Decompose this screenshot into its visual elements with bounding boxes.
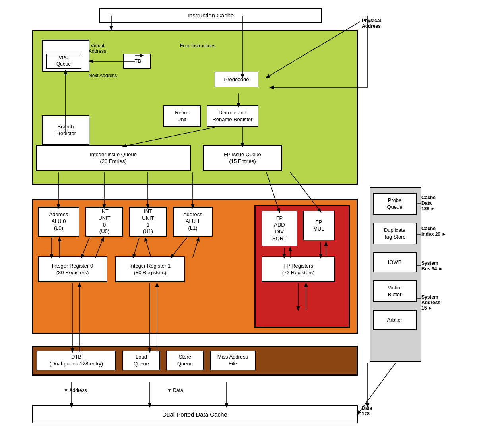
iowb-label: IOWB <box>388 259 402 266</box>
itb-label: ITB <box>133 58 141 65</box>
retire-unit-box: RetireUnit <box>163 105 201 127</box>
store-queue-box: StoreQueue <box>166 351 204 370</box>
system-address-label: SystemAddress15 ► <box>421 294 440 311</box>
victim-buffer-box: VictimBuffer <box>373 280 417 302</box>
int-unit1-box: INTUNIT1(U1) <box>129 207 167 237</box>
data-cache-label: Dual-Ported Data Cache <box>162 411 227 419</box>
addr-alu1-label: AddressALU 1(L1) <box>183 211 202 232</box>
load-queue-box: LoadQueue <box>122 351 160 370</box>
physical-address-label: PhysicalAddress <box>362 18 381 29</box>
data-cache-box: Dual-Ported Data Cache <box>32 405 358 423</box>
system-bus-label: SystemBus 64 ► <box>421 260 443 272</box>
predecode-box: Predecode <box>215 72 258 87</box>
int-reg1-label: Integer Register 1(80 Registers) <box>130 263 171 276</box>
instruction-cache-label: Instruction Cache <box>188 12 234 19</box>
fp-issue-queue-box: FP Issue Queue(15 Entries) <box>203 145 282 171</box>
fp-issue-queue-label: FP Issue Queue(15 Entries) <box>224 151 261 165</box>
addr-alu0-box: AddressALU 0(L0) <box>38 207 80 237</box>
address-bottom-label: ▼ Address <box>64 388 87 393</box>
fp-mul-label: FPMUL <box>313 219 324 233</box>
branch-predictor-label: BranchPredictor <box>55 124 76 137</box>
iowb-box: IOWB <box>373 252 417 272</box>
fp-mul-box: FPMUL <box>303 211 335 240</box>
cache-data-label: CacheData128 ► <box>421 195 436 211</box>
miss-addr-box: Miss AddressFile <box>210 351 256 370</box>
vpc-queue-label: VPCQueue <box>56 55 71 67</box>
fp-regs-label: FP Registers(72 Registers) <box>282 263 315 276</box>
load-queue-label: LoadQueue <box>134 354 149 367</box>
dup-tag-label: DuplicateTag Store <box>384 227 406 240</box>
data-bottom-label: ▼ Data <box>167 388 183 393</box>
dup-tag-box: DuplicateTag Store <box>373 223 417 244</box>
int-reg1-box: Integer Register 1(80 Registers) <box>115 256 185 282</box>
four-instructions-label: Four Instructions <box>180 43 215 48</box>
int-unit0-box: INTUNIT0(U0) <box>85 207 123 237</box>
retire-unit-label: RetireUnit <box>175 110 189 123</box>
miss-addr-label: Miss AddressFile <box>217 354 248 367</box>
decode-rename-label: Decode andRename Register <box>212 110 252 123</box>
int-reg0-box: Integer Register 0(80 Registers) <box>38 256 107 282</box>
addr-alu1-box: AddressALU 1(L1) <box>173 207 213 237</box>
int-issue-queue-box: Integer Issue Queue(20 Entries) <box>36 145 191 171</box>
addr-alu0-label: AddressALU 0(L0) <box>49 211 68 232</box>
vpc-queue-box: VPCQueue <box>46 54 81 69</box>
dtb-box: DTB(Dual-ported 128 entry) <box>37 351 116 370</box>
int-issue-queue-label: Integer Issue Queue(20 Entries) <box>90 151 137 165</box>
instruction-cache-box: Instruction Cache <box>99 8 322 23</box>
data-128-label: Data128 <box>362 405 372 417</box>
store-queue-label: StoreQueue <box>177 354 193 367</box>
predecode-label: Predecode <box>224 76 249 83</box>
fp-add-box: FPADDDIVSQRT <box>262 211 297 246</box>
probe-queue-box: ProbeQueue <box>373 193 417 215</box>
dtb-label: DTB(Dual-ported 128 entry) <box>50 354 103 367</box>
itb-box: ITB <box>123 54 151 69</box>
probe-queue-label: ProbeQueue <box>387 197 402 211</box>
victim-buffer-label: VictimBuffer <box>388 285 401 298</box>
int-reg0-label: Integer Register 0(80 Registers) <box>52 263 93 276</box>
int-unit1-label: INTUNIT1(U1) <box>142 208 154 235</box>
cache-index-label: CacheIndex 20 ► <box>421 226 446 237</box>
next-address-label: Next Address <box>89 73 117 78</box>
fp-regs-box: FP Registers(72 Registers) <box>262 256 335 282</box>
virtual-address-label: VirtualAddress <box>89 43 106 54</box>
int-unit0-label: INTUNIT0(U0) <box>98 208 110 235</box>
arbiter-box: Arbiter <box>373 310 417 330</box>
fp-add-label: FPADDDIVSQRT <box>272 215 287 242</box>
branch-predictor-box: BranchPredictor <box>42 115 89 145</box>
arbiter-label: Arbiter <box>387 317 402 324</box>
decode-rename-box: Decode andRename Register <box>207 105 258 127</box>
